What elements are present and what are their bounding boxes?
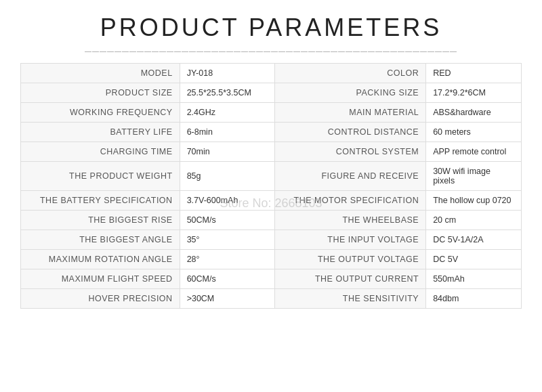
page-wrapper: PRODUCT PARAMETERS —————————————————————… (20, 14, 522, 309)
value-cell-0-1: RED (426, 64, 522, 83)
table-row: MAXIMUM ROTATION ANGLE28°THE OUTPUT VOLT… (21, 250, 522, 269)
label-cell-4-0: CHARGING TIME (21, 142, 180, 162)
table-row: MODELJY-018COLORRED (21, 64, 522, 83)
value-cell-1-1: 17.2*9.2*6CM (426, 83, 522, 103)
label-cell-8-0: THE BIGGEST ANGLE (21, 230, 180, 250)
label-cell-9-1: THE OUTPUT VOLTAGE (275, 250, 426, 269)
table-row: HOVER PRECISION>30CMTHE SENSITIVITY84dbm (21, 289, 522, 309)
value-cell-0-0: JY-018 (180, 64, 275, 83)
value-cell-11-1: 84dbm (426, 289, 522, 309)
label-cell-1-1: PACKING SIZE (275, 83, 426, 103)
label-cell-10-0: MAXIMUM FLIGHT SPEED (21, 269, 180, 289)
value-cell-9-1: DC 5V (426, 250, 522, 269)
label-cell-6-0: THE BATTERY SPECIFICATION (21, 191, 180, 211)
label-cell-7-0: THE BIGGEST RISE (21, 211, 180, 230)
label-cell-4-1: CONTROL SYSTEM (275, 142, 426, 162)
table-row: MAXIMUM FLIGHT SPEED60CM/sTHE OUTPUT CUR… (21, 269, 522, 289)
table-row: CHARGING TIME70minCONTROL SYSTEMAPP remo… (21, 142, 522, 162)
value-cell-3-1: 60 meters (426, 123, 522, 142)
value-cell-8-1: DC 5V-1A/2A (426, 230, 522, 250)
label-cell-3-1: CONTROL DISTANCE (275, 123, 426, 142)
value-cell-9-0: 28° (180, 250, 275, 269)
label-cell-9-0: MAXIMUM ROTATION ANGLE (21, 250, 180, 269)
label-cell-7-1: THE WHEELBASE (275, 211, 426, 230)
table-row: WORKING FREQUENCY2.4GHzMAIN MATERIALABS&… (21, 103, 522, 123)
value-cell-2-0: 2.4GHz (180, 103, 275, 123)
table-row: THE BIGGEST ANGLE35°THE INPUT VOLTAGEDC … (21, 230, 522, 250)
value-cell-11-0: >30CM (180, 289, 275, 309)
label-cell-3-0: BATTERY LIFE (21, 123, 180, 142)
value-cell-3-0: 6-8min (180, 123, 275, 142)
table-row: THE BATTERY SPECIFICATION3.7V-600mAhTHE … (21, 191, 522, 211)
table-row: BATTERY LIFE6-8minCONTROL DISTANCE60 met… (21, 123, 522, 142)
value-cell-4-1: APP remote control (426, 142, 522, 162)
value-cell-4-0: 70min (180, 142, 275, 162)
label-cell-11-0: HOVER PRECISION (21, 289, 180, 309)
label-cell-5-0: THE PRODUCT WEIGHT (21, 162, 180, 191)
subtitle-line: ————————————————————————————————————————… (20, 47, 522, 55)
value-cell-5-1: 30W wifi image pixels (426, 162, 522, 191)
label-cell-0-1: COLOR (275, 64, 426, 83)
label-cell-6-1: THE MOTOR SPECIFICATION (275, 191, 426, 211)
value-cell-8-0: 35° (180, 230, 275, 250)
value-cell-1-0: 25.5*25.5*3.5CM (180, 83, 275, 103)
value-cell-6-0: 3.7V-600mAh (180, 191, 275, 211)
table-row: THE PRODUCT WEIGHT85gFIGURE AND RECEIVE3… (21, 162, 522, 191)
value-cell-6-1: The hollow cup 0720 (426, 191, 522, 211)
value-cell-5-0: 85g (180, 162, 275, 191)
table-row: THE BIGGEST RISE50CM/sTHE WHEELBASE20 cm (21, 211, 522, 230)
page-title: PRODUCT PARAMETERS (20, 14, 522, 42)
label-cell-0-0: MODEL (21, 64, 180, 83)
params-table: MODELJY-018COLORREDPRODUCT SIZE25.5*25.5… (20, 63, 522, 309)
label-cell-2-1: MAIN MATERIAL (275, 103, 426, 123)
label-cell-2-0: WORKING FREQUENCY (21, 103, 180, 123)
value-cell-10-0: 60CM/s (180, 269, 275, 289)
label-cell-1-0: PRODUCT SIZE (21, 83, 180, 103)
label-cell-5-1: FIGURE AND RECEIVE (275, 162, 426, 191)
label-cell-8-1: THE INPUT VOLTAGE (275, 230, 426, 250)
label-cell-11-1: THE SENSITIVITY (275, 289, 426, 309)
value-cell-10-1: 550mAh (426, 269, 522, 289)
value-cell-7-1: 20 cm (426, 211, 522, 230)
value-cell-2-1: ABS&hardware (426, 103, 522, 123)
table-row: PRODUCT SIZE25.5*25.5*3.5CMPACKING SIZE1… (21, 83, 522, 103)
value-cell-7-0: 50CM/s (180, 211, 275, 230)
label-cell-10-1: THE OUTPUT CURRENT (275, 269, 426, 289)
